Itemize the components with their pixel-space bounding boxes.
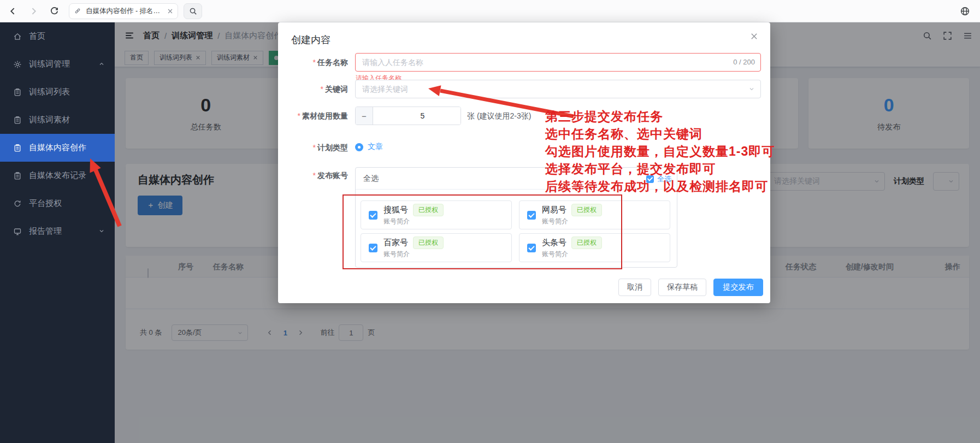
keywords-input[interactable] [356, 80, 760, 98]
platform-name: 搜狐号 [383, 205, 408, 215]
dialog-close-icon[interactable] [750, 32, 758, 40]
authorized-badge: 已授权 [571, 237, 602, 249]
select-all-checkbox-label: 全选 [657, 174, 671, 184]
sidebar-item-label: 报告管理 [29, 226, 91, 237]
clipboard-icon [13, 116, 22, 125]
sidebar-item-report-mgmt[interactable]: 报告管理 [0, 217, 115, 245]
task-name-field: 0 / 200 [355, 53, 761, 72]
sidebar-item-label: 首页 [29, 31, 105, 42]
save-draft-button[interactable]: 保存草稿 [658, 279, 706, 296]
select-all-checkbox-group[interactable]: 全选 [646, 174, 671, 184]
material-count-input[interactable] [373, 107, 461, 125]
sidebar-item-media-publish-records[interactable]: 自媒体发布记录 [0, 162, 115, 190]
clipboard-icon [13, 144, 22, 152]
platform-card-toutiao[interactable]: 头条号 已授权 账号简介 [519, 233, 670, 262]
sidebar-item-label: 自媒体发布记录 [29, 170, 105, 181]
chevron-down-icon [748, 80, 755, 98]
authorized-badge: 已授权 [571, 204, 602, 216]
sidebar-item-home[interactable]: 首页 [0, 22, 115, 50]
sidebar: 首页 训练词管理 训练词列表 训练词素材 自媒体内容创作 自媒体发布记录 平台 [0, 22, 115, 443]
screen: 自媒体内容创作 - 排名报告系 首页 训练词管理 [0, 0, 980, 443]
task-name-label: *任务名称 [278, 58, 348, 68]
accounts-header: 全选 全选 [356, 168, 677, 190]
material-count-label: *素材使用数量 [278, 111, 348, 121]
chevron-down-icon [98, 227, 105, 236]
platform-desc: 账号简介 [542, 250, 602, 259]
checkbox-checked-icon[interactable] [527, 211, 536, 220]
submit-publish-button[interactable]: 提交发布 [713, 279, 763, 296]
char-counter: 0 / 200 [733, 54, 755, 71]
decrement-button[interactable]: − [356, 107, 373, 125]
gear-icon [13, 60, 22, 69]
dialog-title: 创建内容 [291, 33, 330, 46]
platform-name: 头条号 [542, 238, 566, 248]
platform-name: 网易号 [542, 205, 566, 215]
create-content-dialog: 创建内容 *任务名称 0 / 200 请输入任务名称 *关键词 *素材使用数量 … [278, 22, 770, 303]
checkbox-checked-icon[interactable] [527, 244, 536, 252]
cancel-button[interactable]: 取消 [618, 279, 651, 296]
keywords-label: *关键词 [278, 85, 348, 94]
sidebar-item-label: 训练词管理 [29, 59, 91, 69]
platform-desc: 账号简介 [383, 217, 444, 226]
platform-card-baijia[interactable]: 百家号 已授权 账号简介 [361, 233, 512, 262]
authorized-badge: 已授权 [413, 204, 444, 216]
dialog-footer: 取消 保存草稿 提交发布 [618, 279, 763, 296]
platform-desc: 账号简介 [383, 250, 444, 259]
browser-back-icon[interactable] [4, 3, 21, 19]
material-count-hint: 张 (建议使用2-3张) [467, 111, 531, 121]
sidebar-item-label: 训练词素材 [29, 115, 105, 125]
clipboard-icon [13, 88, 22, 97]
sidebar-item-training-word-mgmt[interactable]: 训练词管理 [0, 50, 115, 78]
plan-type-option[interactable]: 文章 [368, 142, 383, 152]
browser-forward-icon[interactable] [25, 3, 42, 19]
platform-name: 百家号 [383, 238, 408, 248]
sidebar-item-media-content-creation[interactable]: 自媒体内容创作 [0, 134, 115, 162]
browser-tab-close-icon[interactable] [167, 8, 173, 14]
authorize-icon [13, 199, 22, 208]
publish-accounts-label: *发布账号 [278, 171, 348, 181]
globe-icon[interactable] [960, 6, 970, 16]
platform-desc: 账号简介 [542, 217, 602, 226]
link-icon [74, 7, 81, 15]
report-icon [13, 227, 22, 236]
material-count-stepper: − + [355, 107, 461, 125]
task-name-input[interactable] [356, 54, 760, 71]
authorized-badge: 已授权 [413, 237, 444, 249]
sidebar-item-training-word-list[interactable]: 训练词列表 [0, 78, 115, 106]
sidebar-item-label: 平台授权 [29, 198, 105, 209]
browser-search-button[interactable] [184, 3, 202, 19]
plan-type-label: *计划类型 [278, 143, 348, 153]
checkbox-checked-icon[interactable] [646, 175, 654, 183]
checkbox-checked-icon[interactable] [369, 244, 377, 252]
select-all-text: 全选 [363, 174, 379, 184]
checkbox-checked-icon[interactable] [369, 211, 377, 220]
browser-tab-title: 自媒体内容创作 - 排名报告系 [86, 7, 163, 16]
clipboard-icon [13, 172, 22, 180]
home-icon [13, 32, 22, 41]
search-icon [189, 7, 197, 15]
sidebar-item-label: 自媒体内容创作 [29, 143, 105, 153]
browser-tab[interactable]: 自媒体内容创作 - 排名报告系 [69, 3, 178, 19]
publish-accounts-box: 全选 全选 搜狐号 已授权 账号简介 [355, 167, 677, 268]
sidebar-item-label: 训练词列表 [29, 87, 105, 97]
sidebar-item-training-word-material[interactable]: 训练词素材 [0, 106, 115, 134]
browser-toolbar: 自媒体内容创作 - 排名报告系 [0, 0, 980, 22]
browser-reload-icon[interactable] [46, 3, 62, 19]
chevron-up-icon [98, 60, 105, 69]
radio-selected-icon[interactable] [355, 143, 363, 151]
plan-type-radio-group: 文章 [355, 142, 383, 152]
platform-card-souhu[interactable]: 搜狐号 已授权 账号简介 [361, 200, 512, 229]
platform-card-wangyi[interactable]: 网易号 已授权 账号简介 [519, 200, 670, 229]
sidebar-item-platform-authorization[interactable]: 平台授权 [0, 190, 115, 217]
keywords-select[interactable] [355, 80, 761, 98]
